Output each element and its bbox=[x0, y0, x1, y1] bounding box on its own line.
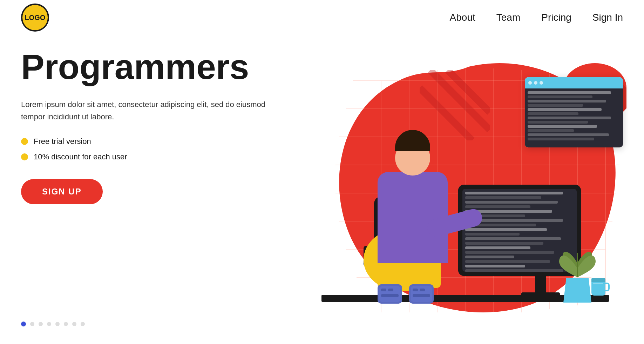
pagination bbox=[21, 322, 85, 326]
svg-rect-24 bbox=[413, 289, 418, 291]
signup-button[interactable]: SIGN UP bbox=[21, 179, 103, 204]
pagination-dot-4[interactable] bbox=[47, 322, 51, 326]
robot-foot-left bbox=[378, 284, 402, 304]
stripe-accent bbox=[420, 70, 490, 140]
feature-item-2: 10% discount for each user bbox=[21, 152, 266, 161]
coffee-handle bbox=[603, 283, 610, 291]
person-body bbox=[378, 172, 448, 263]
plant-leaves bbox=[553, 246, 602, 281]
illustration bbox=[293, 28, 644, 337]
bullet-icon-1 bbox=[21, 138, 28, 145]
robot-foot-right bbox=[409, 284, 434, 304]
pagination-dot-5[interactable] bbox=[55, 322, 60, 326]
feature-list: Free trial version 10% discount for each… bbox=[21, 137, 266, 161]
svg-line-28 bbox=[420, 88, 472, 140]
nav-team[interactable]: Team bbox=[496, 12, 520, 23]
nav-pricing[interactable]: Pricing bbox=[541, 12, 571, 23]
pagination-dot-7[interactable] bbox=[72, 322, 76, 326]
pagination-dot-8[interactable] bbox=[81, 322, 85, 326]
titlebar-dot-1 bbox=[528, 81, 532, 85]
svg-rect-22 bbox=[381, 294, 399, 297]
svg-rect-25 bbox=[420, 289, 425, 291]
pagination-dot-3[interactable] bbox=[39, 322, 43, 326]
hero-content: Programmers Lorem ipsum dolor sit amet, … bbox=[21, 49, 266, 204]
svg-rect-26 bbox=[413, 294, 430, 297]
bullet-icon-2 bbox=[21, 153, 28, 160]
header: LOGO About Team Pricing Sign In bbox=[0, 0, 644, 35]
plant-pot bbox=[563, 278, 591, 303]
person-legs bbox=[378, 260, 441, 288]
pagination-dot-1[interactable] bbox=[21, 322, 26, 326]
popup-window bbox=[525, 77, 623, 147]
pagination-dot-2[interactable] bbox=[30, 322, 34, 326]
nav-about[interactable]: About bbox=[450, 12, 475, 23]
logo[interactable]: LOGO bbox=[21, 4, 49, 32]
pagination-dot-6[interactable] bbox=[64, 322, 68, 326]
svg-rect-23 bbox=[411, 286, 432, 302]
hero-description: Lorem ipsum dolor sit amet, consectetur … bbox=[21, 98, 266, 123]
titlebar-dot-2 bbox=[534, 81, 537, 85]
hero-title: Programmers bbox=[21, 49, 266, 84]
svg-rect-19 bbox=[379, 286, 400, 302]
nav: About Team Pricing Sign In bbox=[450, 12, 623, 23]
nav-signin[interactable]: Sign In bbox=[592, 12, 623, 23]
svg-rect-21 bbox=[388, 289, 393, 291]
popup-titlebar bbox=[525, 77, 623, 88]
popup-content bbox=[525, 88, 623, 147]
svg-rect-20 bbox=[381, 289, 386, 291]
titlebar-dot-3 bbox=[540, 81, 543, 85]
feature-item-1: Free trial version bbox=[21, 137, 266, 146]
